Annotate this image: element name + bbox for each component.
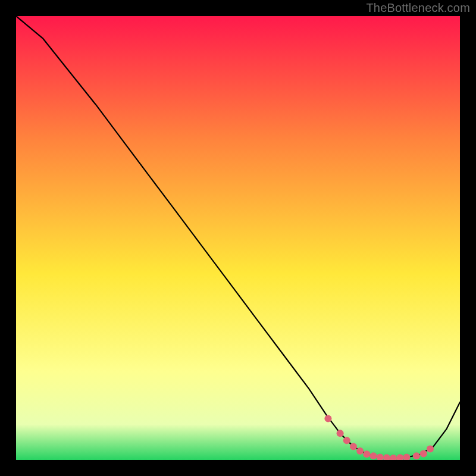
curve-marker xyxy=(350,443,357,450)
chart-frame: TheBottleneck.com xyxy=(0,0,476,476)
curve-marker xyxy=(356,447,364,455)
chart-svg xyxy=(16,16,460,460)
curve-marker xyxy=(427,445,434,452)
watermark-text: TheBottleneck.com xyxy=(366,1,470,15)
curve-marker xyxy=(343,437,350,444)
curve-marker xyxy=(324,415,331,422)
gradient-background xyxy=(16,16,460,460)
curve-marker xyxy=(337,430,344,437)
curve-marker xyxy=(420,450,427,458)
curve-marker xyxy=(413,452,420,459)
plot-area xyxy=(16,16,460,460)
curve-marker xyxy=(370,452,377,459)
curve-marker xyxy=(363,450,370,458)
